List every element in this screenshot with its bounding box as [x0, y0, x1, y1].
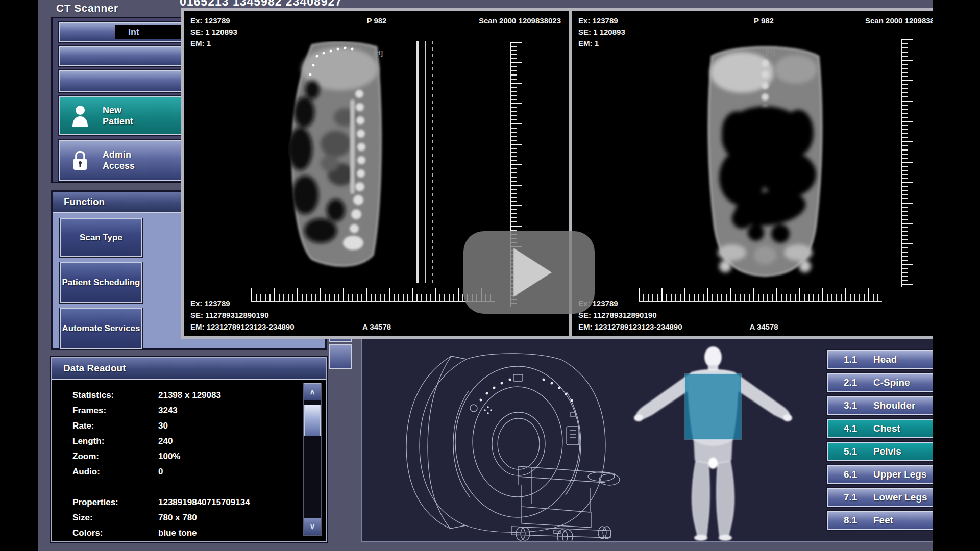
body-part-number: 7.1	[844, 492, 873, 503]
body-part-button-lower-legs[interactable]: 7.1Lower Legs	[827, 488, 933, 507]
body-part-number: 6.1	[844, 469, 873, 480]
orientation-marker: [H]	[374, 49, 383, 57]
body-part-button-head[interactable]: 1.1Head	[827, 350, 933, 369]
scan-type-button[interactable]: Scan Type	[60, 218, 142, 257]
readout-label: Zoom:	[72, 449, 158, 464]
readout-label: Frames:	[72, 403, 158, 418]
person-icon	[71, 105, 89, 127]
body-part-label: Head	[873, 354, 897, 365]
readout-value: 0	[158, 464, 295, 480]
readout-value: 30	[158, 418, 295, 434]
readout-label: Length:	[72, 434, 158, 449]
ct-viewport-coronal[interactable]: [H] Ex: 123789 SE: 1 120893 EM: 1 P 982 …	[572, 11, 933, 336]
readout-label: Size:	[72, 510, 158, 525]
body-part-list: 1.1Head 2.1C-Spine 3.1Shoulder 4.1Chest …	[827, 350, 933, 534]
app-title: CT Scanner	[56, 2, 118, 14]
ct-scanner-wireframe	[391, 351, 626, 541]
ct-scanner-window: CT Scanner 0165213 1345982 23408927 Int …	[38, 0, 933, 551]
ct-image-sagittal	[263, 41, 452, 283]
body-part-button-c-spine[interactable]: 2.1C-Spine	[827, 373, 933, 392]
readout-value: 1238919840715709134	[158, 495, 295, 510]
exam-id: Ex: 123789	[578, 297, 682, 309]
scan-setup-panel: 1.1Head 2.1C-Spine 3.1Shoulder 4.1Chest …	[361, 338, 933, 542]
play-icon	[513, 248, 552, 297]
scroll-down-button[interactable]: ∨	[304, 518, 321, 535]
body-part-label: Upper Legs	[873, 469, 927, 480]
patient-scheduling-button[interactable]: Patient Scheduling	[60, 262, 142, 303]
readout-value: blue tone	[158, 525, 295, 541]
readout-label: Colors:	[72, 525, 158, 541]
body-part-number: 5.1	[844, 446, 873, 457]
readout-row: Size:780 x 780	[72, 510, 295, 525]
body-part-label: Pelvis	[873, 446, 901, 457]
accession-id: A 34578	[572, 321, 933, 333]
readout-scrollbar[interactable]: ∧ ∨	[303, 383, 322, 536]
body-part-button-upper-legs[interactable]: 6.1Upper Legs	[827, 465, 933, 484]
int-field[interactable]: Int	[115, 25, 189, 39]
readout-row: Colors:blue tone	[72, 525, 295, 541]
readout-value: 780 x 780	[158, 510, 295, 525]
readout-rows: Statistics:21398 x 129083 Frames:3243 Ra…	[72, 388, 295, 541]
readout-row: Frames:3243	[72, 403, 295, 418]
play-button-overlay[interactable]	[463, 231, 595, 314]
scan-id: Scan 2000 1209838023	[479, 15, 561, 27]
body-part-button-chest[interactable]: 4.1Chest	[827, 419, 933, 438]
body-part-label: Shoulder	[873, 400, 915, 411]
ct-image-coronal	[694, 41, 837, 286]
readout-label: Rate:	[72, 418, 158, 434]
accession-id: A 34578	[184, 321, 569, 333]
body-part-label: Chest	[873, 423, 900, 434]
body-part-label: C-Spine	[873, 377, 910, 388]
readout-row: Zoom:100%	[72, 449, 295, 464]
em-id: EM: 1	[578, 38, 625, 49]
readout-row: Statistics:21398 x 129083	[72, 388, 295, 403]
lock-icon	[71, 149, 89, 171]
vertical-ruler	[901, 39, 913, 287]
readout-label: Properties:	[72, 495, 158, 510]
orientation-marker: [H]	[766, 48, 775, 56]
body-part-label: Lower Legs	[873, 492, 927, 503]
body-part-number: 3.1	[844, 400, 873, 411]
readout-value: 240	[158, 434, 295, 449]
readout-row: Length:240	[72, 434, 295, 449]
new-patient-label: New Patient	[103, 105, 154, 128]
admin-access-label: Admin Access	[103, 149, 154, 172]
hidden-button-sliver[interactable]	[329, 344, 352, 369]
body-part-number: 4.1	[844, 423, 873, 434]
automate-services-button[interactable]: Automate Services	[60, 308, 142, 349]
em-id: EM: 1	[190, 38, 237, 49]
body-part-button-feet[interactable]: 8.1Feet	[827, 511, 933, 530]
data-readout-panel: Data Readout Statistics:21398 x 129083 F…	[51, 357, 327, 542]
scroll-up-button[interactable]: ∧	[304, 383, 321, 400]
body-part-number: 8.1	[844, 515, 873, 526]
readout-row: Properties:1238919840715709134	[72, 495, 295, 510]
scroll-thumb[interactable]	[304, 405, 321, 436]
series-id: SE: 112789312890190	[578, 309, 682, 321]
body-figure[interactable]	[631, 345, 795, 541]
readout-value: 3243	[158, 403, 295, 418]
scan-region-highlight	[685, 374, 741, 439]
body-part-number: 2.1	[844, 377, 873, 388]
readout-value: 100%	[158, 449, 295, 464]
series-id: SE: 112789312890190	[190, 309, 295, 321]
screen: CT Scanner 0165213 1345982 23408927 Int …	[0, 0, 980, 551]
series-id: SE: 1 120893	[578, 27, 625, 38]
body-part-button-pelvis[interactable]: 5.1Pelvis	[827, 442, 933, 461]
readout-label: Statistics:	[72, 388, 158, 403]
readout-label: Audio:	[72, 464, 158, 480]
readout-value: 21398 x 129083	[158, 388, 295, 403]
data-readout-title: Data Readout	[52, 358, 326, 380]
body-part-label: Feet	[873, 515, 893, 526]
body-part-number: 1.1	[844, 354, 873, 365]
readout-row: Audio:0	[72, 464, 295, 480]
body-part-button-shoulder[interactable]: 3.1Shoulder	[827, 396, 933, 415]
readout-row: Rate:30	[72, 418, 295, 434]
exam-id: Ex: 123789	[190, 297, 295, 309]
scan-id: Scan 2000 1209838023	[865, 15, 933, 27]
series-id: SE: 1 120893	[190, 27, 237, 38]
